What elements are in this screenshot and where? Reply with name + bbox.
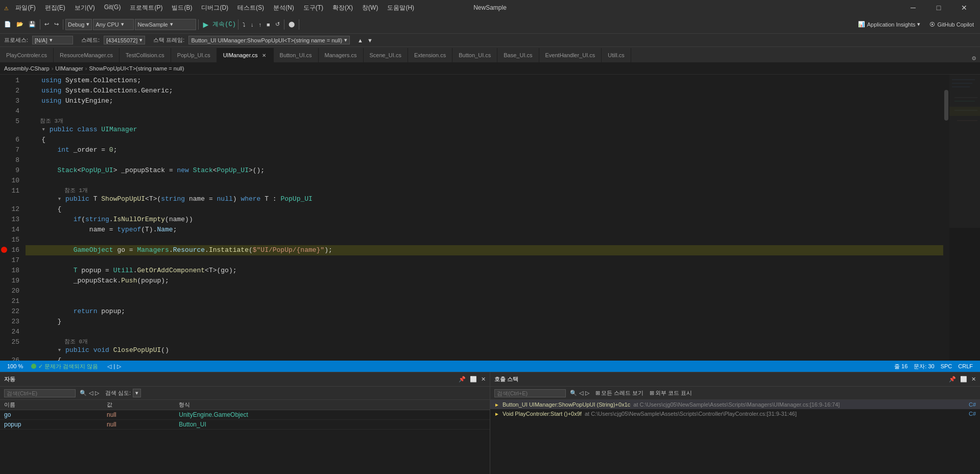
panel-callstack-float[interactable]: ⬜	[960, 376, 967, 383]
code-line-18[interactable]: T popup = Utill.GetOrAddComponent<T>(go)…	[26, 266, 943, 276]
toolbar-step-out[interactable]: ↑	[256, 18, 264, 31]
breadcrumb-namespace[interactable]: UIManager	[55, 65, 83, 72]
menu-build[interactable]: 빌드(B)	[168, 3, 196, 13]
tab-extension[interactable]: Extension.cs	[408, 48, 452, 62]
code-line-24[interactable]	[26, 327, 943, 337]
menu-window[interactable]: 창(W)	[358, 3, 382, 13]
status-line[interactable]: 줄 16	[891, 361, 911, 372]
status-spaces[interactable]: SPC	[938, 361, 955, 372]
code-line-1[interactable]: using System.Collections;	[26, 76, 943, 86]
toolbar-new[interactable]: 📄	[2, 18, 13, 31]
tab-eventhandler-ui[interactable]: EventHandler_UI.cs	[539, 48, 602, 62]
panel-auto-float[interactable]: ⬜	[470, 376, 477, 383]
tab-popup-ui[interactable]: PopUp_UI.cs	[171, 48, 217, 62]
process-dropdown[interactable]: [N/A] ▾	[32, 36, 73, 44]
external-code-btn[interactable]: ⊞ 외부 코드 표시	[650, 389, 692, 397]
code-line-16[interactable]: ► GameObject go = Managers.Resource.Inst…	[26, 245, 943, 255]
menu-project[interactable]: 프로젝트(P)	[126, 3, 166, 13]
variable-row[interactable]: go null UnityEngine.GameObject	[0, 410, 490, 420]
search-icon[interactable]: 🔍	[80, 390, 87, 396]
tab-button-ui-1[interactable]: Button_UI.cs	[274, 48, 319, 62]
tab-close-uimanager[interactable]: ✕	[261, 52, 267, 59]
menu-debug[interactable]: 디버그(D)	[197, 3, 232, 13]
toolbar-restart[interactable]: ↺	[273, 18, 282, 31]
code-line-23[interactable]: }	[26, 317, 943, 327]
code-line-7[interactable]: int _order = 0;	[26, 145, 943, 155]
variable-row[interactable]: popup null Button_UI	[0, 420, 490, 430]
panel-callstack-close[interactable]: ✕	[971, 376, 976, 383]
code-line-8[interactable]	[26, 155, 943, 165]
code-line-4[interactable]	[26, 106, 943, 116]
tab-resourcemanager[interactable]: ResourceManager.cs	[54, 48, 119, 62]
menu-analyze[interactable]: 분석(N)	[269, 3, 298, 13]
minimize-button[interactable]: ─	[901, 0, 925, 15]
code-line-15[interactable]	[26, 235, 943, 245]
status-nav-right[interactable]: ▷	[117, 363, 121, 370]
menu-git[interactable]: Git(G)	[100, 3, 125, 13]
status-nav-left[interactable]: ◁	[107, 363, 111, 370]
code-line-19[interactable]: _popupStack.Push(popup);	[26, 276, 943, 286]
github-copilot-button[interactable]: ⦿ GitHub Copilot	[925, 20, 978, 29]
code-lines[interactable]: using System.Collections; using System.C…	[26, 75, 943, 361]
frame-dropdown[interactable]: Button_UI UIManager:ShowPopUpUI<T>(strin…	[188, 36, 350, 44]
all-threads-btn[interactable]: ⊞ 모든 스레드 보기	[595, 389, 643, 397]
call-stack-item[interactable]: ► Void PlayControler:Start ()+0x9f at C:…	[490, 409, 980, 418]
breadcrumb-method[interactable]: ShowPopUpUI<T>(string name = null)	[89, 65, 184, 72]
breadcrumb-assembly[interactable]: Assembly-CSharp	[4, 65, 50, 72]
fold-arrow-25[interactable]: ▾	[57, 345, 65, 356]
tab-button-ui-2[interactable]: Button_UI.cs	[452, 48, 497, 62]
menu-test[interactable]: 테스트(S)	[233, 3, 268, 13]
tab-base-ui[interactable]: Base_UI.cs	[497, 48, 539, 62]
code-line-6[interactable]: {	[26, 135, 943, 145]
nav-back-icon[interactable]: ◁	[89, 390, 93, 396]
menu-help[interactable]: 도움말(H)	[383, 3, 418, 13]
status-char[interactable]: 문자: 30	[911, 361, 937, 372]
frame-down[interactable]: ▼	[366, 37, 374, 43]
tab-scene-ui[interactable]: Scene_UI.cs	[364, 48, 408, 62]
continue-label[interactable]: 계속(C)	[212, 20, 236, 29]
code-line-20[interactable]	[26, 286, 943, 296]
panel-auto-pin[interactable]: 📌	[459, 376, 466, 383]
tab-managers[interactable]: Managers.cs	[319, 48, 364, 62]
toolbar-open[interactable]: 📂	[14, 18, 26, 31]
editor-scrollbar[interactable]	[943, 75, 949, 361]
code-line-9[interactable]: Stack<PopUp_UI> _popupStack = new Stack<…	[26, 165, 943, 176]
code-line-21[interactable]	[26, 296, 943, 306]
fold-arrow-11[interactable]: ▾	[57, 194, 65, 204]
call-stack-item[interactable]: ► Button_UI UIManager:ShowPopUpUI (Strin…	[490, 400, 980, 409]
toolbar-breakpoints[interactable]: ⬤	[286, 18, 297, 31]
code-line-5[interactable]: ▾ public class UIManager	[26, 125, 943, 135]
code-line-22[interactable]: return popup;	[26, 306, 943, 317]
toolbar-save[interactable]: 💾	[27, 18, 38, 31]
maximize-button[interactable]: □	[927, 0, 950, 15]
code-line-12[interactable]: {	[26, 204, 943, 215]
depth-dropdown[interactable]: ▾	[133, 389, 141, 397]
play-button[interactable]: ▶	[201, 19, 210, 30]
toolbar-stop[interactable]: ■	[265, 18, 272, 31]
code-line-11[interactable]: ▾ public T ShowPopUpUI<T>(string name = …	[26, 194, 943, 204]
close-button[interactable]: ✕	[952, 0, 976, 15]
menu-view[interactable]: 보기(V)	[70, 3, 99, 13]
callstack-nav-back[interactable]: ◁	[579, 390, 583, 396]
cpu-dropdown[interactable]: Any CPU ▾	[93, 19, 134, 30]
code-line-17[interactable]	[26, 255, 943, 266]
fold-arrow-5[interactable]: ▾	[41, 125, 50, 135]
tab-settings-icon[interactable]: ⚙	[972, 54, 976, 62]
debug-config-dropdown[interactable]: Debug ▾	[65, 19, 92, 30]
code-line-10[interactable]	[26, 176, 943, 186]
toolbar-undo[interactable]: ↩	[42, 18, 51, 31]
menu-file[interactable]: 파일(F)	[11, 3, 39, 13]
status-ok-item[interactable]: ✓ 문제가 검색되지 않음	[28, 361, 101, 372]
callstack-search-icon[interactable]: 🔍	[570, 390, 577, 396]
code-line-14[interactable]: name = typeof(T).Name;	[26, 225, 943, 235]
code-line-13[interactable]: if(string.IsNullOrEmpty(name))	[26, 215, 943, 225]
frame-up[interactable]: ▲	[356, 37, 365, 43]
toolbar-redo[interactable]: ↪	[52, 18, 61, 31]
status-encoding[interactable]: CRLF	[955, 361, 976, 372]
code-line-25[interactable]: ▾ public void ClosePopUpUI()	[26, 345, 943, 356]
menu-edit[interactable]: 편집(E)	[41, 3, 69, 13]
status-zoom[interactable]: 100 %	[4, 361, 26, 372]
tab-utill[interactable]: Utill.cs	[602, 48, 631, 62]
code-line-3[interactable]: using UnityEngine;	[26, 96, 943, 106]
nav-fwd-icon[interactable]: ▷	[95, 390, 99, 396]
